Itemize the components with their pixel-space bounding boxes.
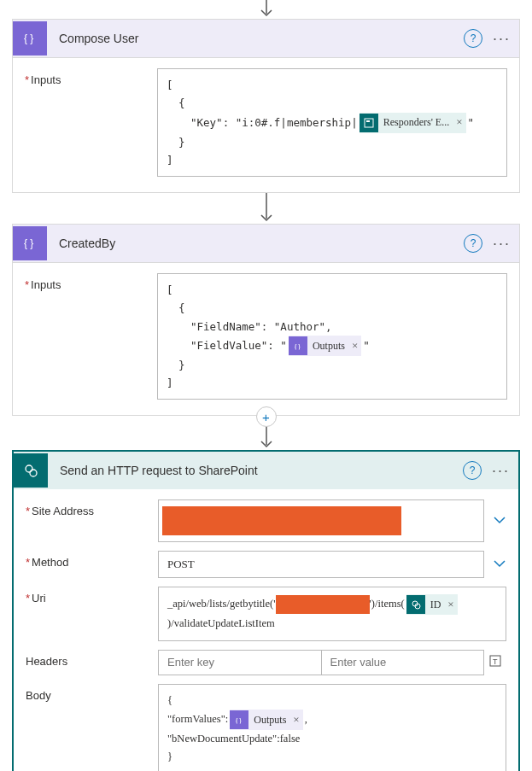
site-address-label: Site Address — [26, 499, 158, 517]
help-icon[interactable]: ? — [464, 234, 482, 253]
action-header[interactable]: Send an HTTP request to SharePoint ? ··· — [14, 452, 518, 489]
help-icon[interactable]: ? — [463, 461, 482, 480]
compose-icon: { } — [13, 226, 47, 260]
action-title: CreatedBy — [47, 237, 464, 250]
action-header[interactable]: { } CreatedBy ? ··· — [13, 225, 519, 263]
headers-text-mode-icon[interactable]: T — [484, 654, 506, 670]
more-menu-icon[interactable]: ··· — [493, 30, 511, 48]
chevron-down-icon[interactable] — [493, 513, 506, 529]
token-responders-email[interactable]: Responders' E... × — [360, 113, 466, 133]
help-icon[interactable]: ? — [464, 29, 482, 48]
header-value-input[interactable]: Enter value — [322, 650, 485, 675]
header-key-input[interactable]: Enter key — [158, 650, 322, 675]
svg-text:T: T — [493, 657, 498, 666]
action-http-sharepoint: Send an HTTP request to SharePoint ? ···… — [12, 450, 520, 771]
chevron-down-icon[interactable] — [493, 557, 506, 573]
svg-rect-3 — [366, 120, 370, 122]
method-value: POST — [167, 558, 195, 571]
token-label: Outputs — [313, 337, 345, 354]
svg-rect-2 — [365, 119, 373, 127]
forms-icon — [360, 114, 378, 132]
action-compose-user: { } Compose User ? ··· Inputs [ { "Key":… — [12, 19, 520, 193]
token-remove-icon[interactable]: × — [352, 336, 358, 355]
compose-output-icon: {} — [289, 336, 307, 355]
token-remove-icon[interactable]: × — [456, 113, 462, 131]
sharepoint-icon — [14, 453, 48, 488]
uri-label: Uri — [26, 587, 158, 605]
token-label: ID — [430, 596, 441, 613]
token-remove-icon[interactable]: × — [447, 595, 453, 614]
method-label: Method — [26, 551, 158, 569]
site-address-field[interactable] — [158, 499, 484, 542]
action-header[interactable]: { } Compose User ? ··· — [13, 20, 519, 58]
token-label: Outputs — [254, 711, 286, 728]
inputs-field[interactable]: [ { "Key": "i:0#.f|membership| Responder… — [157, 68, 507, 177]
redacted-site-address — [162, 506, 401, 535]
action-title: Send an HTTP request to SharePoint — [48, 464, 463, 477]
more-menu-icon[interactable]: ··· — [492, 462, 510, 480]
svg-point-9 — [30, 470, 37, 476]
svg-point-8 — [26, 465, 32, 472]
token-remove-icon[interactable]: × — [293, 710, 299, 729]
compose-icon: { } — [13, 21, 47, 55]
method-select[interactable]: POST — [158, 551, 484, 578]
action-created-by: { } CreatedBy ? ··· Inputs [ { "FieldNam… — [12, 224, 520, 416]
body-label: Body — [26, 684, 158, 702]
svg-text:{}: {} — [294, 342, 301, 351]
headers-label: Headers — [26, 650, 158, 668]
svg-text:{}: {} — [235, 716, 243, 725]
add-step-button[interactable]: + — [256, 406, 277, 427]
uri-field[interactable]: _api/web/lists/getbytitle('')/items( ID … — [158, 587, 506, 640]
token-label: Responders' E... — [383, 114, 449, 131]
svg-text:{ }: { } — [24, 237, 33, 249]
body-field[interactable]: { "formValues": {} Outputs × , — [158, 684, 506, 772]
redacted-list-title — [276, 595, 370, 614]
more-menu-icon[interactable]: ··· — [493, 235, 511, 253]
action-title: Compose User — [47, 32, 464, 45]
svg-text:{ }: { } — [24, 32, 33, 44]
token-outputs[interactable]: {} Outputs × — [289, 336, 361, 356]
flow-arrow — [258, 193, 275, 224]
inputs-field[interactable]: [ { "FieldName": "Author", "FieldValue":… — [157, 273, 507, 400]
inputs-label: Inputs — [25, 68, 157, 86]
token-id[interactable]: ID × — [406, 594, 458, 615]
inputs-label: Inputs — [25, 273, 157, 291]
token-outputs[interactable]: {} Outputs × — [230, 710, 302, 730]
compose-output-icon: {} — [230, 710, 248, 729]
sharepoint-icon — [406, 595, 425, 614]
flow-arrow — [258, 0, 275, 19]
